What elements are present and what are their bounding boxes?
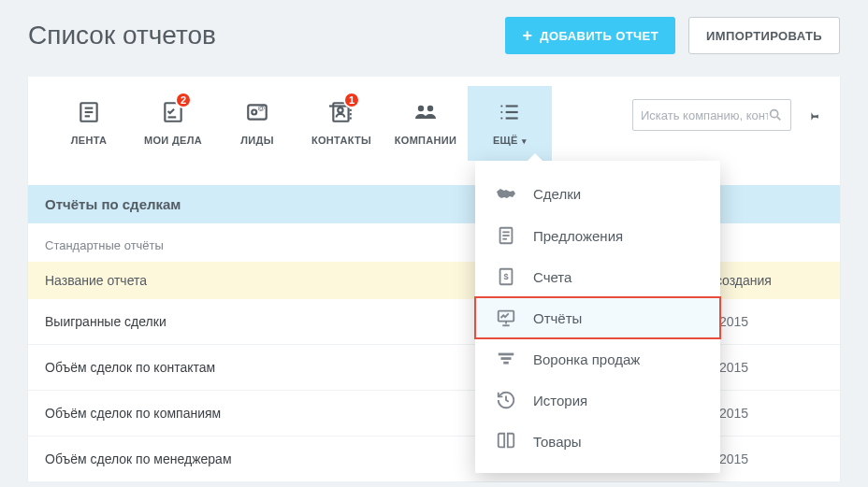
svg-point-17 — [427, 106, 433, 111]
document-icon — [494, 225, 518, 246]
dd-deals[interactable]: Сделки — [475, 172, 720, 215]
nav-contacts-label: КОНТАКТЫ — [311, 135, 371, 146]
search-input[interactable] — [641, 108, 768, 122]
toolbar: ЛЕНТА 2 МОИ ДЕЛА @ ЛИДЫ 1 КОН — [28, 77, 840, 161]
row-name: Выигранные сделки — [45, 314, 166, 329]
badge-mytasks: 2 — [175, 92, 192, 108]
presentation-icon — [494, 308, 518, 328]
dd-reports[interactable]: Отчёты — [475, 297, 720, 338]
search-input-wrap[interactable] — [632, 99, 791, 131]
add-report-label: ДОБАВИТЬ ОТЧЕТ — [540, 29, 658, 43]
nav-companies[interactable]: КОМПАНИИ — [383, 86, 468, 161]
dd-deals-label: Сделки — [533, 186, 581, 202]
dd-funnel-label: Воронка продаж — [533, 351, 640, 367]
nav-feed[interactable]: ЛЕНТА — [47, 86, 131, 161]
svg-point-21 — [500, 105, 502, 107]
dd-invoices-label: Счета — [533, 269, 571, 285]
nav-leads-label: ЛИДЫ — [240, 135, 273, 146]
companies-icon — [411, 97, 441, 127]
dd-offers[interactable]: Предложения — [475, 215, 720, 256]
book-icon — [494, 431, 518, 451]
dd-funnel[interactable]: Воронка продаж — [475, 338, 720, 380]
leads-icon: @ — [242, 97, 272, 127]
nav-more-label: ЕЩЁ▾ — [493, 135, 527, 146]
svg-rect-36 — [501, 357, 512, 360]
history-icon — [494, 390, 518, 410]
nav-contacts[interactable]: 1 КОНТАКТЫ — [299, 86, 383, 161]
svg-point-24 — [771, 110, 778, 118]
pin-icon[interactable] — [804, 107, 821, 123]
import-label: ИМПОРТИРОВАТЬ — [706, 29, 822, 43]
nav-leads[interactable]: @ ЛИДЫ — [215, 86, 299, 161]
handshake-icon — [494, 182, 518, 205]
more-dropdown: Сделки Предложения $ Счета Отчёты Воронк… — [475, 161, 720, 473]
invoice-icon: $ — [494, 266, 518, 287]
svg-point-7 — [252, 110, 256, 115]
svg-rect-35 — [499, 353, 514, 356]
badge-contacts: 1 — [343, 92, 360, 108]
main-card: ЛЕНТА 2 МОИ ДЕЛА @ ЛИДЫ 1 КОН — [28, 77, 840, 482]
more-list-icon — [495, 97, 525, 127]
nav-companies-label: КОМПАНИИ — [395, 135, 456, 146]
feed-icon — [74, 97, 104, 127]
nav-mytasks-label: МОИ ДЕЛА — [144, 135, 202, 146]
svg-point-23 — [500, 117, 502, 119]
svg-point-22 — [500, 111, 502, 113]
import-button[interactable]: ИМПОРТИРОВАТЬ — [688, 17, 840, 54]
row-name: Объём сделок по контактам — [45, 360, 215, 375]
page-title: Список отчетов — [28, 21, 505, 50]
dd-offers-label: Предложения — [533, 228, 623, 244]
dd-reports-label: Отчёты — [533, 310, 582, 326]
svg-rect-37 — [503, 362, 509, 365]
svg-line-25 — [777, 117, 780, 120]
nav-feed-label: ЛЕНТА — [71, 135, 107, 146]
search-icon[interactable] — [768, 107, 783, 122]
row-name: Объём сделок по менеджерам — [45, 451, 232, 466]
dd-history[interactable]: История — [475, 380, 720, 421]
add-report-button[interactable]: + ДОБАВИТЬ ОТЧЕТ — [505, 17, 675, 54]
plus-icon: + — [522, 27, 532, 44]
nav-more[interactable]: ЕЩЁ▾ — [468, 86, 552, 161]
dd-products-label: Товары — [533, 434, 582, 450]
svg-point-16 — [418, 106, 424, 111]
chevron-down-icon: ▾ — [522, 136, 527, 146]
row-name: Объём сделок по компаниям — [45, 406, 221, 421]
svg-text:@: @ — [257, 104, 265, 112]
dd-products[interactable]: Товары — [475, 421, 720, 462]
funnel-icon — [494, 349, 518, 369]
dd-history-label: История — [533, 393, 587, 408]
svg-point-11 — [338, 107, 342, 112]
dd-invoices[interactable]: $ Счета — [475, 256, 720, 297]
nav-mytasks[interactable]: 2 МОИ ДЕЛА — [131, 86, 215, 161]
svg-text:$: $ — [503, 272, 508, 281]
